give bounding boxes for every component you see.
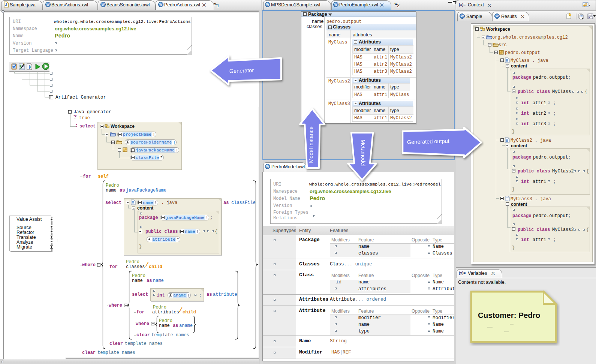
- svg-text:Model instance: Model instance: [308, 126, 314, 163]
- svg-text:Generator: Generator: [229, 67, 254, 74]
- svg-text:J: J: [5, 3, 7, 7]
- svg-text:Generated output: Generated output: [407, 138, 449, 145]
- svg-text:Metamodel: Metamodel: [360, 139, 366, 166]
